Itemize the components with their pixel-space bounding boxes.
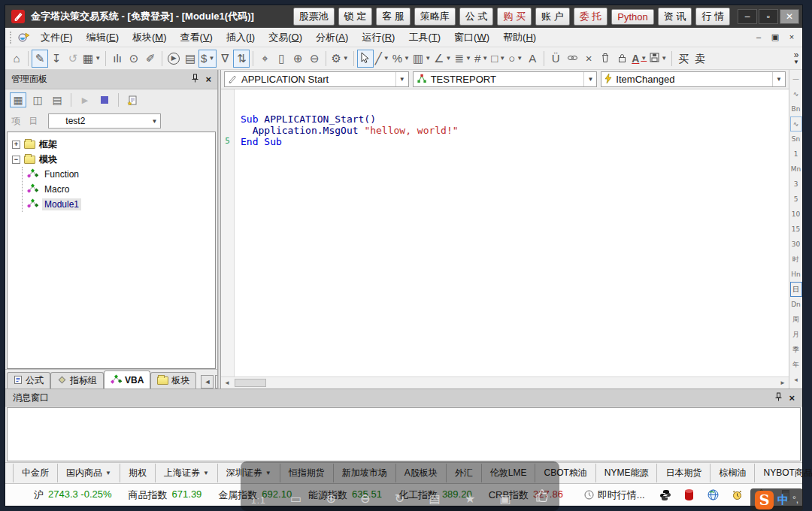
menu-板块(M)[interactable]: 板块(M) <box>126 29 174 47</box>
draw-text-icon[interactable]: A <box>524 50 541 68</box>
download-data-icon[interactable]: ↧ <box>48 50 65 68</box>
new-module-icon[interactable] <box>124 92 141 107</box>
menu-编辑(E)[interactable]: 编辑(E) <box>80 29 126 47</box>
period-wave[interactable]: ∿ <box>790 86 802 101</box>
scroll-left-icon[interactable]: ◄ <box>221 377 233 389</box>
zoom-in-icon[interactable]: ⊕ <box>326 493 335 505</box>
market-tab-日本期货[interactable]: 日本期货 <box>657 464 710 482</box>
period-quarter[interactable]: 季 <box>790 342 802 357</box>
market-tab-期权[interactable]: 期权 <box>120 464 156 482</box>
scroll-left-icon[interactable]: ◄ <box>201 375 214 389</box>
period-hour[interactable]: 时 <box>790 252 802 267</box>
link-chain-icon[interactable] <box>564 50 580 68</box>
thumb-up-icon[interactable] <box>535 488 549 505</box>
tab-公式[interactable]: 公式 <box>7 372 50 389</box>
font-color-icon[interactable]: A▼ <box>630 50 648 68</box>
menu-运行(R)[interactable]: 运行(R) <box>355 29 401 47</box>
menu-文件(F)[interactable]: 文件(F) <box>34 29 80 47</box>
titlebar-button-委托[interactable]: 委 托 <box>574 8 608 26</box>
dollar-icon[interactable]: $▼ <box>198 50 217 68</box>
menu-窗口(W)[interactable]: 窗口(W) <box>447 29 496 47</box>
period-chart[interactable]: ∿ <box>790 116 802 132</box>
run-script-icon[interactable]: ▶ <box>77 92 93 107</box>
delete-drawing-icon[interactable]: × <box>580 50 597 68</box>
trash-icon[interactable] <box>597 50 614 68</box>
scrollbar-thumb[interactable] <box>235 379 266 387</box>
layout-grid-icon[interactable]: ▦▼ <box>81 50 102 68</box>
magnet-icon[interactable]: Ü <box>547 50 564 68</box>
period-year[interactable]: 年 <box>790 357 802 372</box>
realtime-ticker[interactable]: 即时行情... <box>584 488 645 502</box>
report-doc-icon[interactable]: ▤ <box>182 50 198 68</box>
alert-circle-icon[interactable]: ⊙ <box>126 50 142 68</box>
titlebar-button-锁定[interactable]: 锁 定 <box>338 8 373 26</box>
titlebar-button-账户[interactable]: 账 户 <box>535 8 570 26</box>
period-tickline[interactable]: — <box>790 71 802 86</box>
tab-指标组[interactable]: 指标组 <box>50 372 104 389</box>
report-select[interactable]: TESTREPORT ▼ <box>413 71 598 87</box>
run-icon[interactable]: ▶ <box>165 50 182 68</box>
object-select[interactable]: APPLICATION Start ▼ <box>224 71 409 87</box>
save-drawing-icon[interactable]: ▼ <box>648 50 668 68</box>
minimize-button[interactable]: – <box>738 9 757 24</box>
mdi-minimize-button[interactable]: – <box>753 32 765 42</box>
pointer-cursor-icon[interactable] <box>357 50 374 68</box>
zoom-in-icon[interactable]: ⊕ <box>289 50 306 68</box>
period-dn[interactable]: Dn <box>790 297 802 312</box>
layout-single-icon[interactable]: ▦ <box>10 92 26 107</box>
collapse-icon[interactable]: − <box>12 156 20 164</box>
param-sliders-icon[interactable]: ılı <box>109 50 126 68</box>
period-10min[interactable]: 10 <box>790 207 802 222</box>
market-tab-棕榈油[interactable]: 棕榈油 <box>710 464 755 482</box>
globe-icon[interactable] <box>707 488 720 502</box>
rotate-icon[interactable]: ↻ <box>395 493 404 505</box>
tree-folder-模块[interactable]: −模块 <box>12 152 215 167</box>
period-hn[interactable]: Hn <box>790 267 802 282</box>
refresh-icon[interactable]: ↺ <box>65 50 81 68</box>
menu-分析(A)[interactable]: 分析(A) <box>309 29 355 47</box>
menu-插入(I)[interactable]: 插入(I) <box>220 29 262 47</box>
period-bn[interactable]: Bn <box>790 101 802 116</box>
market-tab-上海证券[interactable]: 上海证券▼ <box>156 464 218 482</box>
event-select[interactable]: ItemChanged ▼ <box>601 71 786 87</box>
market-tab-中金所[interactable]: 中金所 <box>13 464 58 482</box>
lock-icon[interactable] <box>614 50 630 68</box>
titlebar-button-策略库[interactable]: 策略库 <box>414 8 456 26</box>
scroll-right-icon[interactable]: ► <box>777 377 789 389</box>
titlebar-button-购买[interactable]: 购 买 <box>497 8 532 26</box>
titlebar-button-客服[interactable]: 客 服 <box>376 8 411 26</box>
market-tab-NYME能源[interactable]: NYME能源 <box>596 464 658 482</box>
menu-交易(O)[interactable]: 交易(O) <box>262 29 309 47</box>
frame-icon[interactable]: ▭ <box>290 493 301 505</box>
draw-gann-icon[interactable]: ▥▼ <box>411 50 432 68</box>
alarm-icon[interactable] <box>731 488 744 502</box>
edit-formula-icon[interactable]: ✎ <box>32 50 48 68</box>
tree-folder-框架[interactable]: +框架 <box>12 137 215 152</box>
move-cross-icon[interactable]: ⌖ <box>256 50 273 68</box>
sell-icon[interactable]: 卖 <box>692 50 708 68</box>
period-5min[interactable]: 5 <box>790 192 802 207</box>
panel-close-icon[interactable]: × <box>205 74 211 85</box>
home-icon[interactable]: ⌂ <box>8 50 25 68</box>
market-tab-国内商品[interactable]: 国内商品▼ <box>58 464 120 482</box>
tab-VBA[interactable]: VBA <box>104 370 150 389</box>
draw-angle-icon[interactable]: ∠▼ <box>432 50 453 68</box>
period-15min[interactable]: 15 <box>790 222 802 237</box>
actual-size-icon[interactable]: 1:1 <box>251 496 266 505</box>
copy-icon[interactable]: ▣ <box>500 493 511 505</box>
database-icon[interactable] <box>683 488 696 502</box>
period-30min[interactable]: 30 <box>790 237 802 252</box>
zoom-out-icon[interactable]: ⊖ <box>360 493 370 505</box>
star-icon[interactable]: ★ <box>465 493 475 505</box>
pin-icon[interactable] <box>774 392 783 404</box>
draw-circle-icon[interactable]: ○▼ <box>507 50 524 68</box>
draw-line-icon[interactable]: ╱▼ <box>374 50 391 68</box>
period-1min[interactable]: 1 <box>790 147 802 162</box>
draw-percent-icon[interactable]: %▼ <box>391 50 411 68</box>
tree-item-Function[interactable]: Function <box>27 167 215 182</box>
filter-funnel-icon[interactable]: ∇ <box>217 50 233 68</box>
compose-icon[interactable]: ✐ <box>142 50 159 68</box>
draw-grid-icon[interactable]: #▼ <box>473 50 489 68</box>
mdi-close-button[interactable]: × <box>786 32 798 42</box>
mdi-restore-button[interactable]: ▣ <box>769 32 781 42</box>
